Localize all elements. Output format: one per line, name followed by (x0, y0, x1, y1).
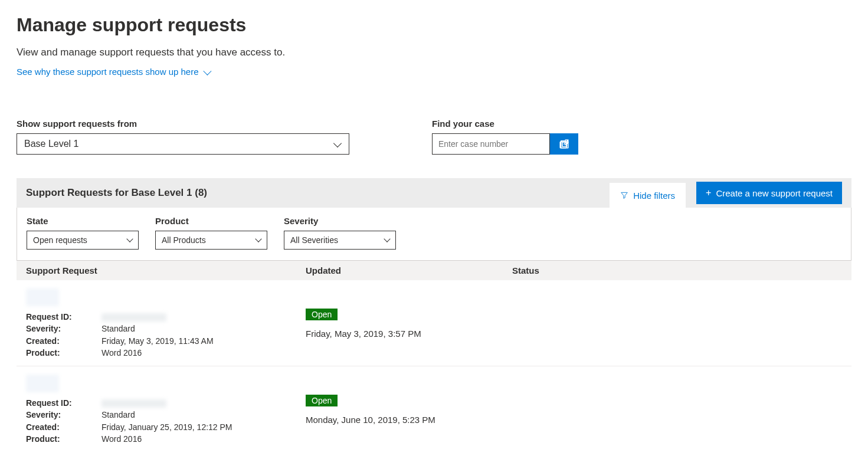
filter-icon (620, 191, 628, 199)
status-badge: Open (306, 309, 338, 320)
filter-product-select[interactable]: All Products (155, 231, 267, 250)
find-case-input[interactable] (432, 133, 550, 155)
updated-date: Monday, June 10, 2019, 5:23 PM (306, 415, 512, 425)
show-from-label: Show support requests from (17, 119, 349, 129)
table-row[interactable]: Request ID: Severity:Standard Created:Fr… (17, 280, 851, 366)
status-badge: Open (306, 395, 338, 406)
field-created-value: Friday, May 3, 2019, 11:43 AM (101, 336, 214, 346)
find-case-label: Find your case (432, 119, 578, 129)
filter-severity-value: All Severities (290, 235, 338, 245)
chevron-down-icon (384, 235, 390, 242)
redacted-id (101, 399, 166, 408)
filter-state-value: Open requests (33, 235, 87, 245)
col-header-status: Status (512, 265, 842, 276)
create-btn-label: Create a new support request (716, 188, 833, 198)
hide-filters-button[interactable]: Hide filters (610, 183, 686, 208)
filter-product-value: All Products (162, 235, 206, 245)
filters-row: State Open requests Product All Products… (17, 208, 851, 261)
field-created-label: Created: (26, 421, 101, 433)
field-product-label: Product: (26, 347, 101, 359)
chevron-down-icon (126, 235, 133, 242)
filter-product-label: Product (155, 216, 267, 226)
updated-date: Friday, May 3, 2019, 3:57 PM (306, 329, 512, 339)
chevron-down-icon (333, 139, 342, 147)
field-severity-value: Standard (101, 324, 135, 333)
field-severity-label: Severity: (26, 409, 101, 421)
find-case-submit-button[interactable] (550, 133, 578, 155)
field-created-value: Friday, January 25, 2019, 12:12 PM (101, 422, 232, 432)
field-request-id-label: Request ID: (26, 311, 101, 323)
table-header: Support Request Updated Status (17, 261, 851, 280)
redacted-id (101, 313, 166, 322)
redacted-title (26, 288, 59, 306)
panel-header: Support Requests for Base Level 1 (8) Hi… (17, 178, 851, 208)
info-link[interactable]: See why these support requests show up h… (17, 67, 209, 77)
filter-state-select[interactable]: Open requests (27, 231, 139, 250)
table-row[interactable]: Request ID: Severity:Standard Created:Fr… (17, 366, 851, 452)
col-header-updated: Updated (306, 265, 512, 276)
field-severity-label: Severity: (26, 323, 101, 334)
filter-state-label: State (27, 216, 139, 226)
chevron-down-icon (203, 67, 211, 75)
filter-severity-select[interactable]: All Severities (284, 231, 396, 250)
redacted-title (26, 375, 59, 392)
page-subtitle: View and manage support requests that yo… (17, 47, 851, 58)
panel-title: Support Requests for Base Level 1 (8) (26, 187, 610, 199)
create-support-request-button[interactable]: + Create a new support request (696, 182, 842, 204)
field-request-id-label: Request ID: (26, 397, 101, 409)
field-created-label: Created: (26, 335, 101, 347)
field-product-value: Word 2016 (101, 434, 142, 444)
field-severity-value: Standard (101, 410, 135, 419)
show-from-select[interactable]: Base Level 1 (17, 133, 349, 155)
page-title: Manage support requests (17, 14, 851, 36)
chevron-down-icon (255, 235, 261, 242)
open-external-icon (559, 139, 569, 149)
hide-filters-label: Hide filters (633, 191, 675, 201)
field-product-label: Product: (26, 433, 101, 445)
info-link-text: See why these support requests show up h… (17, 67, 199, 77)
field-product-value: Word 2016 (101, 348, 142, 358)
plus-icon: + (706, 188, 711, 198)
filter-severity-label: Severity (284, 216, 396, 226)
col-header-request: Support Request (26, 265, 306, 276)
show-from-value: Base Level 1 (24, 139, 79, 149)
